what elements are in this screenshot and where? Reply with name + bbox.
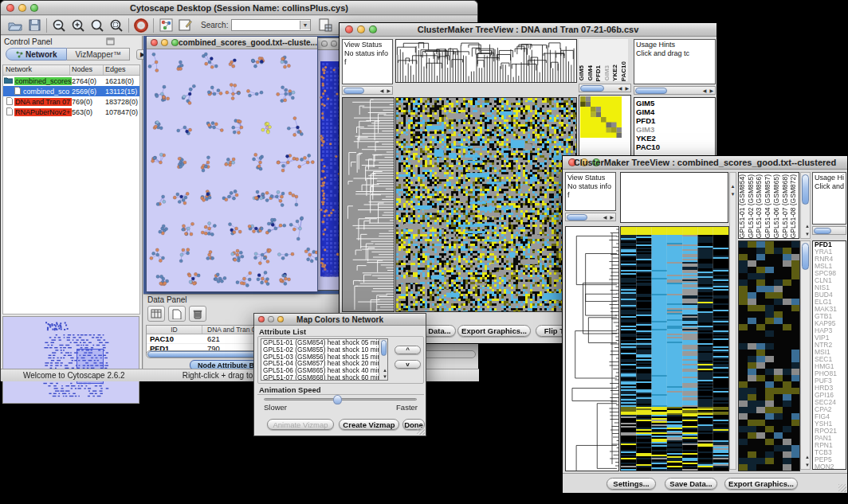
network-nodes: 563(0) (72, 108, 105, 116)
help-lifering-icon[interactable] (132, 17, 151, 34)
gene-label[interactable]: GIM4 (636, 107, 713, 116)
tv1-zoom-matrix[interactable] (580, 96, 622, 138)
data-row-id: PAC10 (147, 334, 202, 343)
animation-speed-slider[interactable] (264, 398, 417, 400)
network-row[interactable]: DNA and Tran 07769(0)183728(0) (3, 96, 139, 107)
attribute-list-label: Attribute List (259, 327, 306, 336)
tv1-hints-hscrollbar[interactable]: ◀ ▶ (634, 86, 716, 95)
animation-speed-label: Animation Speed (259, 385, 321, 394)
create-vizmap-button[interactable]: Create Vizmap (339, 419, 399, 430)
gene-label[interactable]: GIM5 (636, 99, 713, 107)
animate-vizmap-button[interactable]: Animate Vizmap (267, 419, 334, 430)
column-label: YKE2 (612, 64, 620, 81)
tv2-labels-vscrollbar[interactable]: ▲ ▼ (800, 172, 811, 239)
main-titlebar[interactable]: Cytoscape Desktop (Session Name: collins… (1, 1, 477, 15)
minimize-button[interactable] (331, 41, 337, 47)
col-edges[interactable]: Edges (104, 65, 139, 75)
network-row[interactable]: combined_scores2764(0)16218(0) (3, 76, 139, 86)
save-data-button[interactable]: Save Data... (665, 478, 717, 490)
tv2-zoom-heatmap[interactable] (738, 240, 800, 471)
tv2-row-dendrogram[interactable] (565, 226, 619, 471)
search-dropdown-arrow[interactable]: ▼ (300, 21, 311, 29)
attribute-table-icon[interactable] (147, 306, 165, 322)
tv1-column-labels: GIM5GIM4PFD1GIM3YKE2PAC10 (579, 39, 628, 81)
tv2-usage-hints: Usage HiClick and (812, 172, 846, 225)
close-button[interactable] (151, 39, 158, 46)
tab-network[interactable]: Network (6, 48, 67, 61)
tv1-status-hscrollbar[interactable]: ◀ ▶ (342, 86, 393, 95)
vizmapper-icon[interactable] (156, 17, 175, 34)
network-name: RNAPuberNov2+ (14, 108, 72, 116)
minimize-button[interactable] (161, 39, 168, 46)
tv1-row-dendrogram[interactable] (342, 97, 395, 312)
column-label: GIM3 (604, 65, 612, 81)
close-button[interactable] (321, 41, 328, 47)
network-window-title: combined_scores_good.txt--cluste... (179, 38, 317, 47)
delete-attribute-icon[interactable] (189, 306, 206, 322)
attribute-list-vscrollbar[interactable]: ▲ ▼ (379, 339, 387, 380)
status-welcome: Welcome to Cytoscape 2.6.2 (23, 371, 125, 380)
network-edges: 16218(0) (105, 77, 139, 85)
col-nodes[interactable]: Nodes (70, 65, 104, 75)
network-row[interactable]: combined_sco2569(6)13112(15) (3, 86, 139, 96)
network-nodes: 769(0) (72, 98, 105, 106)
tab-vizmapper[interactable]: VizMapper™ (67, 48, 130, 61)
tv1-heatmap[interactable] (395, 97, 577, 312)
zoom-in-icon[interactable] (69, 17, 88, 34)
data-panel-title: Data Panel (147, 295, 186, 304)
export-graphics-button[interactable]: Export Graphics... (724, 478, 798, 490)
main-window-title: Cytoscape Desktop (Session Name: collins… (1, 3, 477, 13)
document-icon (3, 87, 21, 96)
tv2-gene-list[interactable]: PFD1YRA1RNR4MSL1SPC98CLN1NIS1BUD4ELG1MAK… (812, 240, 846, 470)
slider-thumb[interactable] (333, 395, 342, 404)
new-attribute-icon[interactable] (168, 306, 186, 322)
network-canvas[interactable] (147, 49, 317, 291)
network-edges: 107847(0) (105, 108, 139, 116)
search-input[interactable]: ▼ (231, 19, 311, 31)
attribute-list[interactable]: GPL51-01 (GSM854) heat shock 05 minGPL51… (261, 339, 387, 381)
zoom-fit-icon[interactable] (107, 17, 126, 34)
network-nodes: 2569(6) (72, 88, 105, 96)
search-label: Search: (201, 21, 228, 29)
move-down-button[interactable]: v (395, 360, 421, 369)
map-colors-dialog: Map Colors to Network Attribute List GPL… (253, 313, 426, 436)
annotation-icon[interactable] (175, 17, 194, 34)
tv2-hints-hscrollbar[interactable] (812, 226, 846, 235)
tv1-zoom-hscrollbar[interactable]: ◀ ▶ (579, 84, 631, 92)
open-file-icon[interactable] (6, 17, 25, 34)
attribute-item[interactable]: GPL51-07 (GSM868) heat shock 60 min (263, 374, 387, 381)
zoom-button[interactable] (171, 39, 179, 46)
column-label: PAC10 (621, 61, 629, 81)
zoom-selected-icon[interactable] (88, 17, 107, 34)
network-name: DNA and Tran 07 (14, 98, 72, 106)
move-up-button[interactable]: ^ (395, 346, 421, 354)
gene-label[interactable]: PFD1 (636, 116, 713, 125)
document-icon (3, 107, 13, 117)
gene-label[interactable]: YKE2 (636, 134, 713, 143)
float-panel-icon[interactable] (106, 34, 115, 49)
import-network-icon[interactable] (316, 17, 335, 34)
save-icon[interactable] (25, 17, 44, 34)
gene-label[interactable]: GIM3 (636, 125, 713, 134)
dp-col-id[interactable]: ID (147, 326, 202, 334)
zoom-out-icon[interactable] (49, 17, 69, 34)
column-label: GIM5 (579, 65, 587, 81)
control-panel-title: Control Panel (1, 37, 106, 46)
treeview1-title: ClusterMaker TreeView : DNA and Tran 07-… (340, 25, 716, 34)
tv2-heatmap[interactable] (620, 226, 729, 471)
tv2-genes-vscrollbar[interactable]: ▲ ▼ (800, 240, 811, 470)
tv2-status-hscrollbar[interactable]: ◀ ▶ (565, 213, 616, 221)
faster-label: Faster (396, 403, 418, 412)
col-network[interactable]: Network (3, 65, 70, 75)
export-graphics-button[interactable]: Export Graphics... (457, 325, 531, 337)
network-overview-canvas[interactable] (3, 317, 139, 403)
settings-button[interactable]: Settings... (607, 478, 656, 490)
network-edges: 183728(0) (105, 98, 139, 106)
gene-label[interactable]: MON2 (815, 463, 846, 470)
tv2-column-dendrogram-area (620, 172, 728, 223)
network-row[interactable]: RNAPuberNov2+563(0)107847(0) (3, 107, 139, 117)
tv1-column-dendrogram[interactable] (395, 39, 577, 83)
gene-label[interactable]: PAC10 (636, 143, 713, 151)
tv2-heatmap-vscroll-strip[interactable]: ▲ ▼ (729, 172, 736, 470)
document-icon (3, 97, 13, 107)
